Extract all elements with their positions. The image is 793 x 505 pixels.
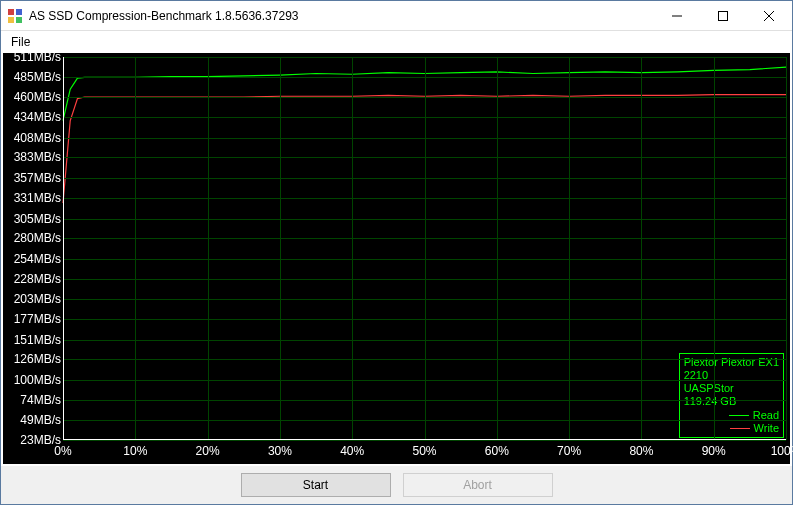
y-tick-label: 151MB/s [14, 333, 61, 347]
menubar: File [1, 31, 792, 51]
y-tick-label: 177MB/s [14, 312, 61, 326]
legend-device-1: Plextor Plextor EX1 [684, 356, 779, 369]
x-tick-label: 100% [771, 444, 793, 458]
y-tick-label: 305MB/s [14, 212, 61, 226]
y-axis: 23MB/s49MB/s74MB/s100MB/s126MB/s151MB/s1… [3, 53, 63, 440]
app-window: AS SSD Compression-Benchmark 1.8.5636.37… [0, 0, 793, 505]
x-tick-label: 10% [123, 444, 147, 458]
x-axis: 0%10%20%30%40%50%60%70%80%90%100% [63, 440, 786, 464]
y-tick-label: 383MB/s [14, 150, 61, 164]
y-tick-label: 460MB/s [14, 90, 61, 104]
y-tick-label: 280MB/s [14, 231, 61, 245]
svg-rect-3 [16, 17, 22, 23]
plot-region: Plextor Plextor EX1 2210 UASPStor 119.24… [63, 57, 786, 440]
start-button[interactable]: Start [241, 473, 391, 497]
window-controls [654, 1, 792, 30]
y-tick-label: 511MB/s [14, 50, 61, 64]
chart-area: 23MB/s49MB/s74MB/s100MB/s126MB/s151MB/s1… [3, 53, 790, 464]
x-tick-label: 60% [485, 444, 509, 458]
legend-write: Write [684, 422, 779, 435]
y-tick-label: 100MB/s [14, 373, 61, 387]
maximize-button[interactable] [700, 1, 746, 30]
minimize-button[interactable] [654, 1, 700, 30]
x-tick-label: 0% [54, 444, 71, 458]
x-tick-label: 20% [196, 444, 220, 458]
svg-rect-2 [8, 17, 14, 23]
y-tick-label: 126MB/s [14, 352, 61, 366]
y-tick-label: 254MB/s [14, 252, 61, 266]
titlebar: AS SSD Compression-Benchmark 1.8.5636.37… [1, 1, 792, 31]
button-bar: Start Abort [1, 466, 792, 504]
legend-write-label: Write [754, 422, 779, 434]
svg-rect-1 [16, 9, 22, 15]
x-tick-label: 30% [268, 444, 292, 458]
legend-driver: UASPStor [684, 382, 779, 395]
y-tick-label: 434MB/s [14, 110, 61, 124]
y-tick-label: 485MB/s [14, 70, 61, 84]
x-tick-label: 90% [702, 444, 726, 458]
y-tick-label: 74MB/s [20, 393, 61, 407]
app-icon [7, 8, 23, 24]
x-tick-label: 50% [412, 444, 436, 458]
svg-rect-0 [8, 9, 14, 15]
menu-file[interactable]: File [5, 33, 36, 51]
y-tick-label: 331MB/s [14, 191, 61, 205]
x-tick-label: 40% [340, 444, 364, 458]
x-tick-label: 70% [557, 444, 581, 458]
close-button[interactable] [746, 1, 792, 30]
window-title: AS SSD Compression-Benchmark 1.8.5636.37… [29, 9, 654, 23]
y-tick-label: 203MB/s [14, 292, 61, 306]
svg-rect-5 [719, 11, 728, 20]
abort-button: Abort [403, 473, 553, 497]
x-tick-label: 80% [629, 444, 653, 458]
y-tick-label: 357MB/s [14, 171, 61, 185]
y-tick-label: 49MB/s [20, 413, 61, 427]
y-tick-label: 408MB/s [14, 131, 61, 145]
legend-box: Plextor Plextor EX1 2210 UASPStor 119.24… [679, 353, 784, 438]
legend-capacity: 119.24 GB [684, 395, 779, 408]
y-tick-label: 228MB/s [14, 272, 61, 286]
